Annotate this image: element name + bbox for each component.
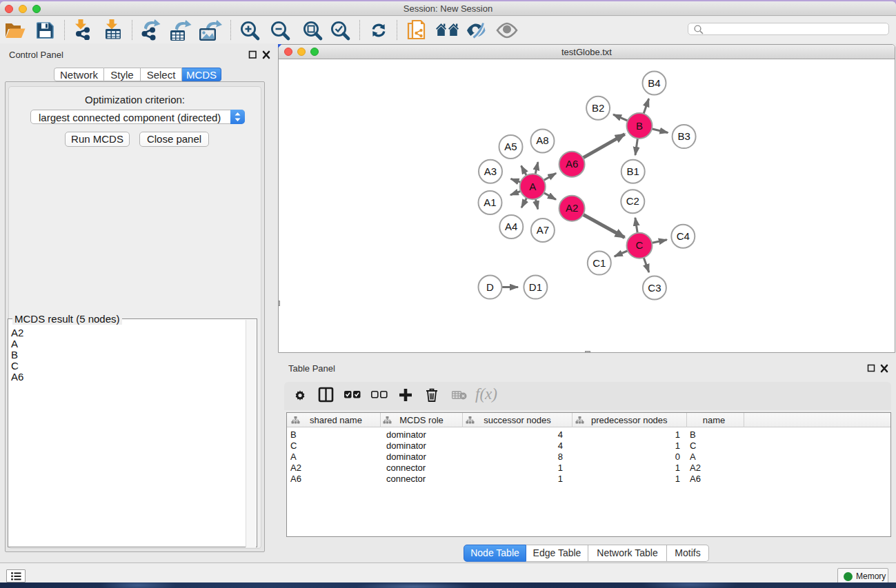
svg-text:D: D [486, 281, 494, 293]
svg-text:A2: A2 [566, 202, 578, 214]
svg-text:A5: A5 [504, 141, 517, 152]
svg-text:C2: C2 [626, 195, 639, 207]
svg-text:B1: B1 [627, 165, 639, 177]
svg-text:D1: D1 [529, 281, 542, 293]
svg-text:B: B [636, 120, 643, 132]
svg-text:C1: C1 [593, 257, 606, 269]
svg-text:B2: B2 [592, 102, 604, 114]
svg-text:B3: B3 [677, 130, 690, 142]
svg-text:A4: A4 [505, 221, 517, 232]
svg-text:C: C [636, 239, 644, 251]
svg-text:A6: A6 [566, 158, 578, 170]
svg-text:C4: C4 [677, 230, 690, 242]
svg-text:A7: A7 [537, 224, 549, 236]
svg-text:C3: C3 [648, 282, 661, 294]
svg-text:A3: A3 [484, 165, 497, 177]
svg-text:B4: B4 [648, 77, 660, 89]
svg-text:A: A [529, 181, 536, 192]
svg-text:A8: A8 [536, 134, 548, 146]
svg-text:A1: A1 [484, 196, 496, 208]
